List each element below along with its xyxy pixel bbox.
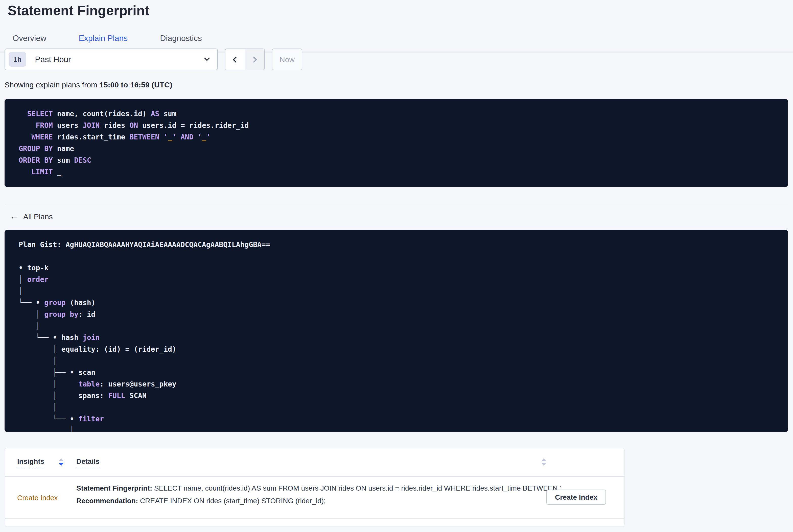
statement-fingerprint-label: Statement Fingerprint:	[76, 484, 152, 492]
plan-gist-block: Plan Gist: AgHUAQIABQAAAAHYAQIAiAEAAAADC…	[4, 230, 788, 432]
section-divider	[4, 205, 789, 205]
showing-range: 15:00 to 16:59 (UTC)	[99, 80, 172, 89]
tab-label: Overview	[13, 34, 46, 43]
time-range-badge: 1h	[8, 52, 26, 67]
create-index-button[interactable]: Create Index	[546, 490, 606, 505]
page-title: Statement Fingerprint	[7, 0, 149, 21]
insight-details-cell: Statement Fingerprint: SELECT name, coun…	[76, 482, 572, 507]
sort-up-icon	[541, 458, 546, 461]
time-picker-row: 1h Past Hour Now	[4, 49, 302, 70]
sql-statement-block: SELECT name, count(rides.id) AS sum FROM…	[4, 99, 788, 187]
insights-table-header: Insights Details	[5, 448, 624, 477]
statement-fingerprint-line: Statement Fingerprint: SELECT name, coun…	[76, 482, 572, 495]
time-range-select[interactable]: 1h Past Hour	[4, 49, 218, 70]
chevron-right-icon	[252, 56, 258, 63]
showing-range-text: Showing explain plans from 15:00 to 16:5…	[4, 80, 172, 90]
statement-fingerprint-page: Statement Fingerprint Overview Explain P…	[0, 0, 793, 532]
back-arrow-icon: ←	[10, 212, 19, 222]
time-next-button[interactable]	[245, 49, 264, 70]
sort-down-icon	[59, 463, 64, 466]
now-button[interactable]: Now	[272, 49, 302, 70]
time-range-label: Past Hour	[35, 55, 204, 64]
sort-up-icon	[59, 458, 64, 461]
time-nav-group	[225, 49, 265, 70]
column-header-details[interactable]: Details	[76, 457, 99, 468]
tab-label: Diagnostics	[160, 34, 202, 43]
time-prev-button[interactable]	[225, 49, 245, 70]
all-plans-label: All Plans	[23, 212, 53, 222]
insights-table-card: Insights Details Create Index Statement …	[4, 448, 625, 527]
column-header-insights[interactable]: Insights	[17, 457, 44, 468]
table-row: Create Index Statement Fingerprint: SELE…	[5, 477, 624, 519]
tab-overview[interactable]: Overview	[4, 25, 54, 52]
all-plans-back-link[interactable]: ← All Plans	[10, 212, 53, 222]
showing-prefix: Showing explain plans from	[4, 80, 99, 89]
chevron-left-icon	[232, 56, 238, 63]
sort-down-icon	[541, 463, 546, 466]
recommendation-label: Recommendation:	[76, 497, 138, 505]
sort-icon[interactable]	[541, 458, 546, 466]
tab-diagnostics[interactable]: Diagnostics	[152, 25, 210, 52]
recommendation-line: Recommendation: CREATE INDEX ON rides (s…	[76, 495, 572, 507]
statement-fingerprint-text: SELECT name, count(rides.id) AS sum FROM…	[152, 484, 572, 492]
insight-type-label: Create Index	[17, 477, 58, 518]
recommendation-text: CREATE INDEX ON rides (start_time) STORI…	[138, 497, 326, 505]
sort-icon[interactable]	[59, 458, 64, 466]
tab-label: Explain Plans	[79, 34, 128, 43]
chevron-down-icon	[204, 57, 210, 62]
tab-explain-plans[interactable]: Explain Plans	[71, 25, 136, 52]
